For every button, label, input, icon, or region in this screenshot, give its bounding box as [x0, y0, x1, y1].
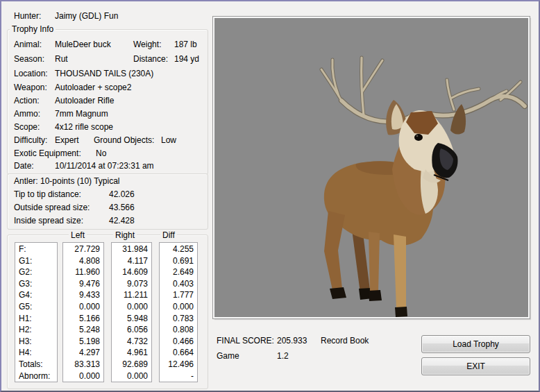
tip-to-tip-label: Tip to tip distance: [14, 189, 81, 199]
row-labels-box: F: G1: G2: G3: G4: G5: H1: H2: H3: H4: T… [15, 242, 58, 382]
row-label: H4: [15, 347, 57, 359]
exotic-equipment-label: Exotic Equipment: [14, 148, 81, 158]
right-value: 92.689 [112, 359, 151, 370]
record-book-label: Record Book [321, 336, 369, 346]
row-label: G3: [15, 278, 57, 290]
left-value: 0.000 [63, 301, 103, 313]
right-value: 4.732 [112, 336, 151, 348]
game-version-value: 1.2 [277, 351, 289, 361]
season-label: Season: [14, 54, 44, 64]
difficulty-value: Expert [55, 135, 79, 145]
action-value: Autoloader Rifle [55, 96, 114, 105]
location-label: Location: [14, 69, 48, 78]
antler-summary: Antler: 10-points (10) Typical [14, 176, 120, 186]
column-header-right: Right [113, 230, 137, 240]
difficulty-label: Difficulty: [14, 135, 47, 145]
column-header-left: Left [69, 230, 87, 240]
animal-label: Animal: [14, 40, 42, 49]
right-value: 0.000 [112, 370, 151, 382]
diff-value: 0.783 [160, 313, 197, 325]
left-value: 11.960 [63, 266, 103, 278]
distance-label: Distance: [133, 54, 168, 64]
left-value: 5.198 [63, 336, 103, 348]
left-value: 83.313 [63, 359, 103, 370]
tip-to-tip-value: 42.026 [109, 189, 135, 199]
left-value: 0.000 [63, 370, 103, 382]
row-label: H3: [15, 336, 57, 348]
diff-value: 2.649 [160, 266, 197, 278]
outside-spread-value: 43.566 [109, 203, 135, 212]
ground-objects-value: Low [161, 135, 176, 145]
ammo-value: 7mm Magnum [55, 109, 108, 119]
row-label: H2: [15, 324, 57, 336]
weapon-label: Weapon: [14, 83, 47, 92]
hunter-value: Jaimy (GDL) Fun [55, 11, 118, 21]
diff-value: 0.691 [160, 255, 197, 267]
trophy-deer-render [214, 18, 528, 317]
diff-value: 12.496 [160, 359, 197, 370]
inside-spread-value: 42.428 [109, 216, 135, 225]
final-score-value: 205.933 [277, 336, 307, 346]
trophy-viewer-panel[interactable] [213, 17, 530, 318]
distance-value: 194 yd [174, 54, 199, 64]
row-label: G2: [15, 266, 57, 278]
left-value: 9.433 [63, 289, 103, 301]
inside-spread-label: Inside spread size: [14, 216, 83, 225]
right-value: 4.961 [112, 347, 151, 359]
trophy-info-title: Trophy Info [10, 24, 56, 34]
row-label: G5: [15, 301, 57, 313]
scope-value: 4x12 rifle scope [55, 122, 113, 132]
location-value: THOUSAND TAILS (230A) [55, 69, 153, 78]
diff-value: 4.255 [160, 244, 197, 255]
weight-label: Weight: [133, 40, 161, 49]
left-values-box: 27.729 4.808 11.960 9.476 9.433 0.000 5.… [62, 242, 104, 382]
exotic-equipment-value: No [96, 148, 106, 158]
diff-value: - [160, 370, 197, 382]
diff-value: 1.777 [160, 289, 197, 301]
row-label: Totals: [15, 359, 57, 370]
row-label: H1: [15, 313, 57, 325]
diff-value: 0.466 [160, 336, 197, 348]
right-value: 14.609 [112, 266, 151, 278]
right-values-box: 31.984 4.117 14.609 9.073 11.211 0.000 5… [111, 242, 152, 382]
ammo-label: Ammo: [14, 109, 40, 119]
right-value: 6.056 [112, 324, 151, 336]
right-value: 9.073 [112, 278, 151, 290]
date-value: 10/11/2014 at 07:23:31 am [55, 161, 154, 171]
diff-value: 0.664 [160, 347, 197, 359]
scope-label: Scope: [14, 122, 40, 132]
animal-value: MuleDeer buck [55, 40, 111, 49]
left-value: 9.476 [63, 278, 103, 290]
action-label: Action: [14, 96, 40, 105]
diff-value: 0.403 [160, 278, 197, 290]
date-label: Date: [14, 161, 34, 171]
left-value: 5.248 [63, 324, 103, 336]
right-value: 4.117 [112, 255, 151, 267]
left-value: 5.166 [63, 313, 103, 325]
season-value: Rut [55, 54, 68, 64]
ground-objects-label: Ground Objects: [94, 135, 154, 145]
outside-spread-label: Outside spread size: [14, 203, 90, 212]
right-value: 11.211 [112, 289, 151, 301]
diff-values-box: 4.255 0.691 2.649 0.403 1.777 0.000 0.78… [159, 242, 198, 382]
diff-value: 0.000 [160, 301, 197, 313]
load-trophy-button[interactable]: Load Trophy [421, 335, 530, 353]
left-value: 4.808 [63, 255, 103, 267]
hunter-label: Hunter: [14, 11, 41, 21]
row-label: G4: [15, 289, 57, 301]
final-score-label: FINAL SCORE: [217, 336, 274, 346]
weight-value: 187 lb [174, 40, 197, 49]
right-value: 0.000 [112, 301, 151, 313]
row-label: G1: [15, 255, 57, 267]
game-label: Game [217, 351, 239, 361]
left-value: 27.729 [63, 244, 103, 255]
right-value: 5.948 [112, 313, 151, 325]
exit-button[interactable]: EXIT [421, 357, 530, 375]
row-label: F: [15, 244, 57, 255]
right-value: 31.984 [112, 244, 151, 255]
row-label: Abnorm: [15, 370, 57, 382]
diff-value: 0.808 [160, 324, 197, 336]
left-value: 4.297 [63, 347, 103, 359]
weapon-value: Autoloader + scope2 [55, 83, 131, 92]
column-header-diff: Diff [160, 230, 177, 240]
